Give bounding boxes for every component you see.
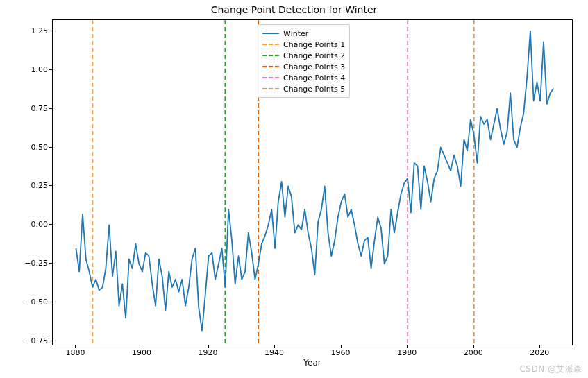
y-tick <box>49 108 52 109</box>
legend-swatch <box>262 77 279 78</box>
legend-row: Change Points 1 <box>262 39 345 50</box>
legend-row: Change Points 5 <box>262 83 345 94</box>
y-tick-label: 0.50 <box>31 142 49 151</box>
legend-swatch <box>262 33 279 34</box>
y-tick-label: 0.75 <box>31 103 49 112</box>
y-tick-label: 1.25 <box>31 26 49 35</box>
y-tick <box>49 224 52 225</box>
y-tick <box>49 341 52 341</box>
x-tick-label: 2020 <box>530 348 549 357</box>
legend-row: Winter <box>262 28 345 39</box>
legend-label: Change Points 2 <box>283 51 345 60</box>
legend-swatch <box>262 66 279 67</box>
y-tick-label: 0.25 <box>31 181 49 190</box>
y-tick-label: −0.50 <box>24 298 48 307</box>
y-tick-label: 0.00 <box>31 220 49 229</box>
y-tick-label: −0.75 <box>24 336 48 345</box>
legend-label: Change Points 4 <box>283 74 345 83</box>
y-tick <box>49 302 52 302</box>
legend-swatch <box>262 44 279 45</box>
x-axis-label: Year <box>52 358 573 368</box>
watermark: CSDN @艾派森 <box>519 363 582 375</box>
x-tick-label: 1920 <box>199 348 218 357</box>
x-tick-label: 1940 <box>264 348 284 357</box>
legend-swatch <box>262 55 279 56</box>
y-tick <box>49 185 52 186</box>
legend-label: Change Points 1 <box>283 40 345 49</box>
x-tick-label: 1900 <box>132 348 151 357</box>
legend-swatch <box>262 88 279 89</box>
x-tick-label: 1880 <box>65 348 85 357</box>
legend-label: Change Points 5 <box>283 85 345 94</box>
chart-title: Change Point Detection for Winter <box>0 4 588 15</box>
y-tick <box>49 147 52 148</box>
legend-label: Change Points 3 <box>283 62 345 71</box>
plot-area: WinterChange Points 1Change Points 2Chan… <box>52 19 573 345</box>
figure: Change Point Detection for Winter Winter… <box>0 0 588 378</box>
y-tick-label: 1.00 <box>31 65 49 74</box>
legend-row: Change Points 3 <box>262 61 345 72</box>
y-tick <box>49 69 52 70</box>
y-tick <box>49 263 52 264</box>
legend-label: Winter <box>283 29 308 38</box>
x-tick-label: 1960 <box>331 348 351 357</box>
x-tick-label: 2000 <box>464 348 483 357</box>
y-tick <box>49 31 52 31</box>
legend-row: Change Points 2 <box>262 50 345 61</box>
x-tick-label: 1980 <box>397 348 417 357</box>
legend: WinterChange Points 1Change Points 2Chan… <box>258 24 350 98</box>
legend-row: Change Points 4 <box>262 72 345 83</box>
y-tick-label: −0.25 <box>24 259 48 268</box>
